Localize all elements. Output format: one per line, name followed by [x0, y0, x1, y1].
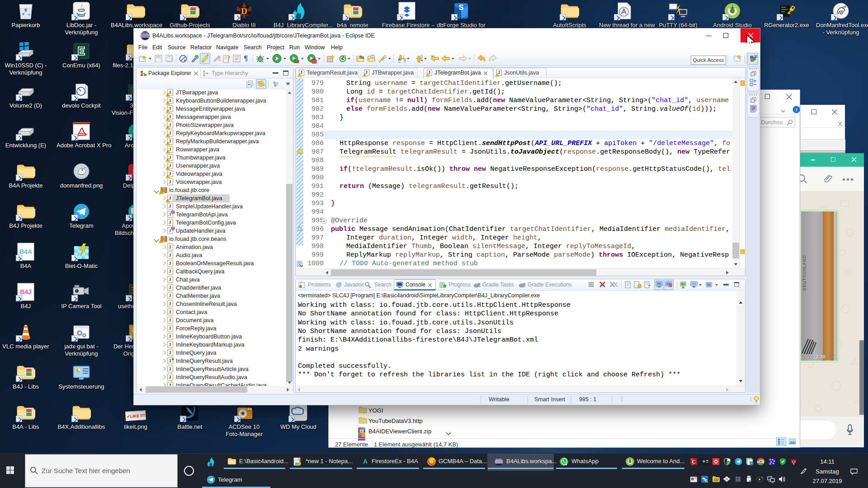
svg-text:J: J — [755, 54, 757, 59]
svg-text:B4A: B4A — [19, 248, 32, 255]
svg-text:S: S — [459, 4, 464, 11]
svg-text:I: I — [173, 211, 174, 214]
svg-text:D: D — [241, 6, 247, 16]
svg-text:I: I — [173, 227, 174, 230]
svg-text:A: A — [172, 357, 175, 361]
svg-text:C: C — [692, 459, 696, 465]
svg-text:B4J: B4J — [20, 288, 32, 296]
svg-text:devolo: devolo — [84, 86, 87, 94]
svg-text:?: ? — [795, 107, 798, 113]
